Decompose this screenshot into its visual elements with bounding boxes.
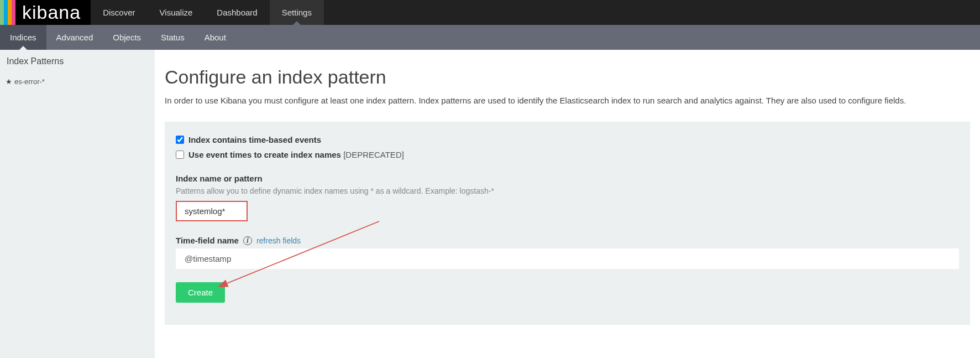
logo[interactable]: kibana [0, 0, 91, 25]
subnav-advanced[interactable]: Advanced [46, 25, 103, 50]
nav-discover[interactable]: Discover [91, 0, 147, 25]
sidebar: Index Patterns ★ es-error-* [0, 50, 155, 358]
logo-text: kibana [15, 0, 91, 25]
index-name-hint: Patterns allow you to define dynamic ind… [176, 186, 959, 195]
logo-stripes [0, 0, 15, 25]
subnav-about[interactable]: About [195, 25, 236, 50]
nav-visualize[interactable]: Visualize [148, 0, 205, 25]
checkbox-event-times-input[interactable] [176, 151, 184, 159]
refresh-fields-link[interactable]: refresh fields [256, 236, 301, 245]
index-name-label: Index name or pattern [176, 174, 959, 183]
top-nav: kibana Discover Visualize Dashboard Sett… [0, 0, 980, 25]
sub-nav: Indices Advanced Objects Status About [0, 25, 980, 50]
sidebar-heading: Index Patterns [6, 56, 149, 66]
form-panel: Index contains time-based events Use eve… [165, 122, 970, 325]
checkbox-event-times-label: Use event times to create index names [188, 150, 341, 159]
subnav-status[interactable]: Status [151, 25, 195, 50]
index-name-input[interactable] [176, 201, 248, 221]
subnav-objects[interactable]: Objects [103, 25, 151, 50]
content: Configure an index pattern In order to u… [155, 50, 980, 358]
info-icon[interactable]: i [243, 236, 252, 245]
nav-settings[interactable]: Settings [270, 0, 324, 25]
page-description: In order to use Kibana you must configur… [165, 96, 970, 105]
checkbox-time-based[interactable]: Index contains time-based events [176, 135, 959, 144]
time-field-input[interactable] [176, 248, 959, 269]
sidebar-item-es-error[interactable]: ★ es-error-* [6, 77, 149, 86]
sidebar-item-label: es-error-* [14, 77, 45, 86]
star-icon: ★ [6, 77, 12, 86]
top-nav-items: Discover Visualize Dashboard Settings [91, 0, 324, 25]
subnav-indices[interactable]: Indices [0, 25, 46, 50]
time-field-label: Time-field name i refresh fields [176, 236, 959, 245]
create-button[interactable]: Create [176, 282, 225, 303]
checkbox-time-based-input[interactable] [176, 136, 184, 144]
checkbox-time-based-label: Index contains time-based events [188, 135, 321, 144]
page-title: Configure an index pattern [165, 66, 970, 88]
deprecated-tag: [DEPRECATED] [343, 150, 404, 159]
nav-dashboard[interactable]: Dashboard [205, 0, 269, 25]
checkbox-event-times[interactable]: Use event times to create index names [D… [176, 150, 959, 159]
